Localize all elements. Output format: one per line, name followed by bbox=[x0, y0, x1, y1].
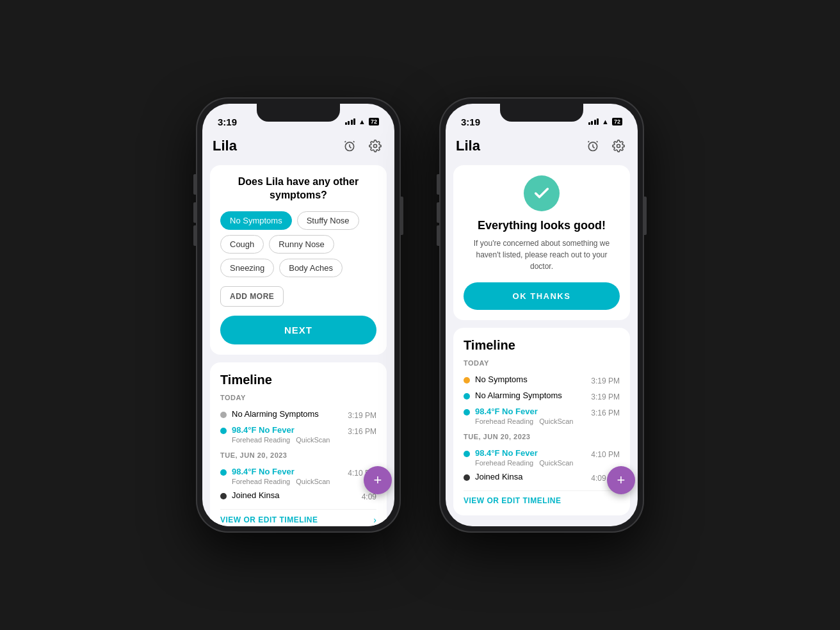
app-title-left: Lila bbox=[213, 138, 237, 154]
timeline-dot bbox=[464, 474, 470, 481]
success-card: Everything looks good! If you're concern… bbox=[453, 165, 630, 320]
timeline-item-title-link[interactable]: 98.4°F No Fever bbox=[232, 467, 343, 476]
tag-cough[interactable]: Cough bbox=[220, 235, 264, 254]
symptoms-question: Does Lila have any other symptoms? bbox=[220, 175, 376, 202]
timeline-dot bbox=[464, 377, 470, 384]
success-check-icon bbox=[524, 175, 560, 211]
symptoms-card: Does Lila have any other symptoms? No Sy… bbox=[210, 165, 387, 355]
timeline-item: Joined Kinsa 4:09 bbox=[220, 488, 376, 504]
app-header-left: Lila bbox=[202, 132, 394, 160]
tag-no-symptoms[interactable]: No Symptoms bbox=[220, 211, 292, 230]
timeline-item-sub: Forehead Reading QuickScan bbox=[232, 436, 343, 444]
notch bbox=[257, 104, 340, 122]
timeline-item-time: 3:19 PM bbox=[591, 392, 620, 401]
screen-content-left: Does Lila have any other symptoms? No Sy… bbox=[202, 160, 394, 526]
status-time-right: 3:19 bbox=[461, 117, 480, 127]
timeline-item: No Symptoms 3:19 PM bbox=[464, 372, 620, 388]
timeline-item: No Alarming Symptoms 3:19 PM bbox=[464, 388, 620, 404]
status-time-left: 3:19 bbox=[218, 117, 237, 127]
app-title-right: Lila bbox=[456, 138, 480, 154]
tag-sneezing[interactable]: Sneezing bbox=[220, 259, 274, 277]
timeline-item: 98.4°F No Fever Forehead Reading QuickSc… bbox=[220, 423, 376, 446]
phone-screen-left: 3:19 ▲ 72 Lila bbox=[202, 104, 394, 526]
timeline-title-right: Timeline bbox=[464, 338, 620, 353]
chevron-right-icon: › bbox=[373, 515, 376, 525]
timeline-item-title-link[interactable]: 98.4°F No Fever bbox=[232, 425, 343, 435]
timeline-title-left: Timeline bbox=[220, 373, 376, 387]
battery-icon: 72 bbox=[369, 118, 379, 125]
wifi-icon-right: ▲ bbox=[602, 118, 609, 125]
timeline-item-content: No Alarming Symptoms bbox=[475, 391, 586, 400]
timeline-item-time: 3:19 PM bbox=[348, 411, 376, 420]
timeline-item-content: Joined Kinsa bbox=[475, 472, 586, 481]
tag-stuffy-nose[interactable]: Stuffy Nose bbox=[297, 211, 359, 230]
timeline-dot bbox=[464, 409, 470, 416]
timeline-item-title: Joined Kinsa bbox=[232, 490, 357, 500]
screen-content-right: Everything looks good! If you're concern… bbox=[446, 160, 638, 526]
timeline-dot bbox=[464, 393, 470, 400]
symptom-tags: No Symptoms Stuffy Nose Cough Runny Nose… bbox=[220, 211, 376, 277]
timeline-item: Joined Kinsa 4:09 PM bbox=[464, 469, 620, 485]
fab-button-right[interactable]: + bbox=[607, 466, 635, 494]
timeline-item-content: 98.4°F No Fever Forehead Reading QuickSc… bbox=[232, 425, 343, 444]
timeline-item-title: No Symptoms bbox=[475, 375, 586, 384]
wifi-icon: ▲ bbox=[359, 118, 366, 125]
status-icons-left: ▲ 72 bbox=[345, 118, 379, 125]
timeline-item-sub: Forehead Reading QuickScan bbox=[475, 417, 586, 425]
tue-label-right: TUE, JUN 20, 2023 bbox=[464, 433, 620, 440]
header-icons-right bbox=[584, 137, 627, 155]
svg-point-3 bbox=[617, 145, 620, 148]
timeline-item-content: 98.4°F No Fever Forehead Reading QuickSc… bbox=[475, 448, 586, 467]
notch-right bbox=[500, 104, 583, 122]
signal-icon-right bbox=[588, 118, 599, 125]
header-icons-left bbox=[341, 137, 384, 155]
timeline-item-content: No Symptoms bbox=[475, 375, 586, 384]
timeline-item-title-link[interactable]: 98.4°F No Fever bbox=[475, 448, 586, 458]
view-timeline-row: VIEW OR EDIT TIMELINE › bbox=[220, 509, 376, 525]
view-timeline-link-right[interactable]: VIEW OR EDIT TIMELINE bbox=[464, 496, 561, 505]
alarm-icon[interactable] bbox=[341, 137, 359, 155]
ok-thanks-button[interactable]: OK THANKS bbox=[464, 282, 620, 310]
timeline-item-time: 4:10 PM bbox=[591, 450, 620, 459]
tag-runny-nose[interactable]: Runny Nose bbox=[269, 235, 334, 254]
timeline-dot bbox=[220, 412, 227, 418]
settings-icon-right[interactable] bbox=[610, 137, 627, 155]
right-phone: 3:19 ▲ 72 Lila bbox=[439, 97, 644, 533]
timeline-dot bbox=[220, 469, 227, 476]
fab-button-left[interactable]: + bbox=[364, 466, 392, 494]
today-label-right: TODAY bbox=[464, 359, 620, 367]
tue-label-left: TUE, JUN 20, 2023 bbox=[220, 451, 376, 459]
battery-icon-right: 72 bbox=[612, 118, 622, 125]
timeline-item-content: 98.4°F No Fever Forehead Reading QuickSc… bbox=[475, 407, 586, 425]
signal-icon bbox=[345, 118, 356, 125]
alarm-icon-right[interactable] bbox=[584, 137, 602, 155]
timeline-item: No Alarming Symptoms 3:19 PM bbox=[220, 407, 376, 423]
timeline-item: 98.4°F No Fever Forehead Reading QuickSc… bbox=[220, 464, 376, 488]
svg-point-1 bbox=[374, 145, 377, 148]
timeline-card-right: Timeline TODAY No Symptoms 3:19 PM No Al… bbox=[453, 328, 630, 515]
tag-body-aches[interactable]: Body Aches bbox=[279, 259, 343, 277]
view-timeline-row-right: VIEW OR EDIT TIMELINE bbox=[464, 490, 620, 505]
timeline-item-title: Joined Kinsa bbox=[475, 472, 586, 481]
timeline-item-time: 3:16 PM bbox=[348, 427, 376, 436]
timeline-dot bbox=[464, 451, 470, 457]
timeline-dot bbox=[220, 493, 227, 499]
add-more-button[interactable]: ADD MORE bbox=[220, 286, 284, 307]
timeline-card-left: Timeline TODAY No Alarming Symptoms 3:19… bbox=[210, 362, 387, 526]
timeline-item-title: No Alarming Symptoms bbox=[475, 391, 586, 400]
app-header-right: Lila bbox=[446, 132, 638, 160]
timeline-item-time: 3:16 PM bbox=[591, 408, 620, 417]
today-label-left: TODAY bbox=[220, 394, 376, 401]
timeline-item-title-link[interactable]: 98.4°F No Fever bbox=[475, 407, 586, 416]
left-phone: 3:19 ▲ 72 Lila bbox=[196, 97, 401, 533]
timeline-item-sub: Forehead Reading QuickScan bbox=[475, 459, 586, 467]
timeline-item-content: No Alarming Symptoms bbox=[232, 409, 343, 419]
timeline-item-sub: Forehead Reading QuickScan bbox=[232, 478, 343, 485]
next-button[interactable]: NEXT bbox=[220, 316, 376, 344]
view-timeline-link[interactable]: VIEW OR EDIT TIMELINE bbox=[220, 515, 318, 524]
timeline-dot bbox=[220, 428, 227, 434]
phone-screen-right: 3:19 ▲ 72 Lila bbox=[446, 104, 638, 526]
timeline-item-content: Joined Kinsa bbox=[232, 490, 357, 500]
settings-icon[interactable] bbox=[366, 137, 384, 155]
timeline-item: 98.4°F No Fever Forehead Reading QuickSc… bbox=[464, 446, 620, 469]
